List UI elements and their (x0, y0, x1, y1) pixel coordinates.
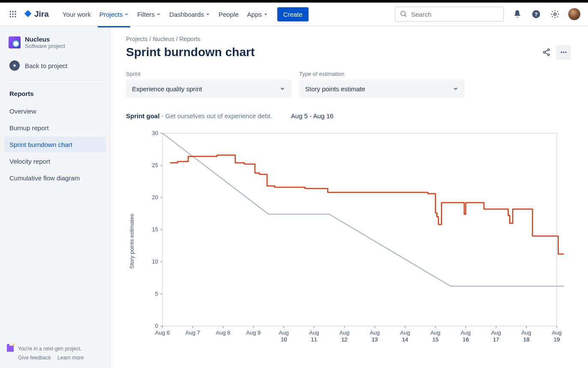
create-button[interactable]: Create (277, 7, 309, 21)
sidebar-item-overview[interactable]: Overview (4, 103, 106, 119)
nav-item-dashboards[interactable]: Dashboards (165, 8, 214, 21)
sprint-label: Sprint (126, 71, 291, 77)
svg-rect-22 (162, 133, 557, 326)
svg-point-6 (10, 16, 11, 17)
settings-gear-icon[interactable] (549, 9, 561, 20)
x-tick-label: Aug 8 (216, 329, 231, 336)
x-tick-label: 12 (341, 336, 347, 343)
x-tick-label: 11 (311, 336, 317, 343)
sidebar-item-cumulative-flow-diagram[interactable]: Cumulative flow diagram (4, 170, 106, 186)
nav-item-projects[interactable]: Projects (95, 8, 133, 21)
svg-point-8 (15, 16, 16, 17)
svg-point-5 (15, 13, 16, 15)
svg-line-18 (545, 53, 548, 54)
nav-item-your-work[interactable]: Your work (58, 8, 95, 21)
main-content: Projects / Nucleus / Reports Sprint burn… (111, 26, 588, 368)
x-tick-label: 16 (462, 336, 468, 343)
search-icon (400, 10, 408, 18)
chevron-down-icon (206, 12, 210, 16)
sidebar-heading: Reports (4, 87, 106, 100)
x-tick-label: Aug 9 (246, 329, 261, 336)
footer-message: You're in a next-gen project. (18, 345, 89, 353)
share-icon[interactable] (539, 45, 554, 60)
nav-item-label: Apps (247, 11, 262, 18)
page-title: Sprint burndown chart (126, 45, 255, 59)
svg-line-10 (405, 15, 406, 17)
nav-item-label: Projects (99, 11, 123, 18)
chevron-down-icon (264, 12, 268, 16)
sidebar-item-sprint-burndown-chart[interactable]: Sprint burndown chart (4, 137, 106, 153)
series-remaining (170, 155, 564, 254)
x-tick-label: 17 (493, 336, 499, 343)
sprint-select[interactable]: Experience quality sprint (126, 80, 291, 98)
project-name: Nucleus (25, 36, 65, 43)
x-tick-label: Aug 6 (155, 329, 170, 336)
back-to-project[interactable]: Back to project (4, 57, 106, 74)
x-tick-label: Aug (339, 329, 349, 336)
jira-logo[interactable]: Jira (23, 9, 49, 19)
notifications-icon[interactable] (512, 9, 523, 20)
svg-point-21 (565, 51, 566, 53)
project-header[interactable]: Nucleus Software project (4, 34, 106, 51)
svg-point-4 (12, 13, 13, 15)
svg-point-2 (15, 11, 16, 12)
estimation-label: Type of estimation (299, 71, 465, 77)
user-avatar[interactable] (568, 8, 580, 20)
app-switcher-icon[interactable] (8, 9, 18, 19)
nav-item-apps[interactable]: Apps (243, 8, 272, 21)
chevron-down-icon (279, 86, 285, 92)
back-arrow-icon (9, 60, 20, 71)
next-gen-icon (7, 346, 14, 352)
x-tick-label: Aug (491, 329, 501, 336)
nav-item-people[interactable]: People (214, 8, 243, 21)
give-feedback-link[interactable]: Give feedback (18, 355, 51, 361)
y-tick-label: 5 (155, 290, 158, 297)
x-tick-label: 13 (372, 336, 378, 343)
y-tick-label: 15 (152, 226, 158, 233)
svg-point-7 (12, 16, 13, 17)
learn-more-link[interactable]: Learn more (57, 355, 84, 361)
nav-item-label: Dashboards (169, 11, 204, 18)
x-tick-label: Aug (430, 329, 440, 336)
top-navigation: Jira Your workProjectsFiltersDashboardsP… (0, 3, 588, 26)
x-tick-label: Aug (279, 329, 289, 336)
y-tick-label: 10 (152, 258, 158, 265)
sprint-date-range: Aug 5 - Aug 16 (291, 112, 333, 120)
burndown-chart: Story points estimates 05101520253010111… (126, 130, 571, 353)
y-axis-label: Story points estimates (126, 130, 135, 353)
x-tick-label: Aug 7 (186, 329, 200, 336)
breadcrumb[interactable]: Projects / Nucleus / Reports (126, 36, 571, 42)
x-tick-label: Aug (522, 329, 531, 336)
estimation-select[interactable]: Story points estimate (299, 80, 465, 98)
sidebar-item-burnup-report[interactable]: Burnup report (4, 120, 106, 136)
project-subtitle: Software project (25, 43, 65, 49)
x-tick-label: Aug (309, 329, 319, 336)
nav-item-filters[interactable]: Filters (133, 8, 165, 21)
svg-point-3 (10, 13, 11, 15)
chart-svg: 05101520253010111213141516171819Aug 6Aug… (135, 130, 564, 353)
more-actions-icon[interactable] (556, 45, 571, 60)
x-tick-label: 18 (523, 336, 529, 343)
x-tick-label: 19 (554, 336, 560, 343)
project-icon (9, 36, 21, 48)
divider (6, 80, 104, 81)
sidebar-item-velocity-report[interactable]: Velocity report (4, 153, 106, 169)
search-input-wrapper[interactable] (395, 6, 504, 22)
y-tick-label: 25 (152, 162, 158, 168)
nav-item-label: Filters (137, 11, 155, 18)
chevron-down-icon (124, 12, 129, 16)
sprint-goal-text: - Get ourselves out of experience debt. (161, 112, 272, 120)
nav-item-label: Your work (63, 11, 91, 18)
series-guideline (162, 133, 564, 286)
svg-point-0 (10, 11, 11, 12)
y-tick-label: 0 (155, 323, 158, 329)
sidebar-footer: You're in a next-gen project. Give feedb… (4, 342, 106, 363)
y-tick-label: 30 (152, 130, 158, 136)
search-input[interactable] (411, 11, 499, 18)
sidebar: Nucleus Software project Back to project… (0, 26, 111, 368)
estimation-value: Story points estimate (305, 85, 365, 93)
product-name: Jira (34, 9, 49, 19)
svg-text:?: ? (534, 11, 538, 18)
help-icon[interactable]: ? (531, 9, 542, 20)
x-tick-label: 10 (281, 336, 287, 343)
